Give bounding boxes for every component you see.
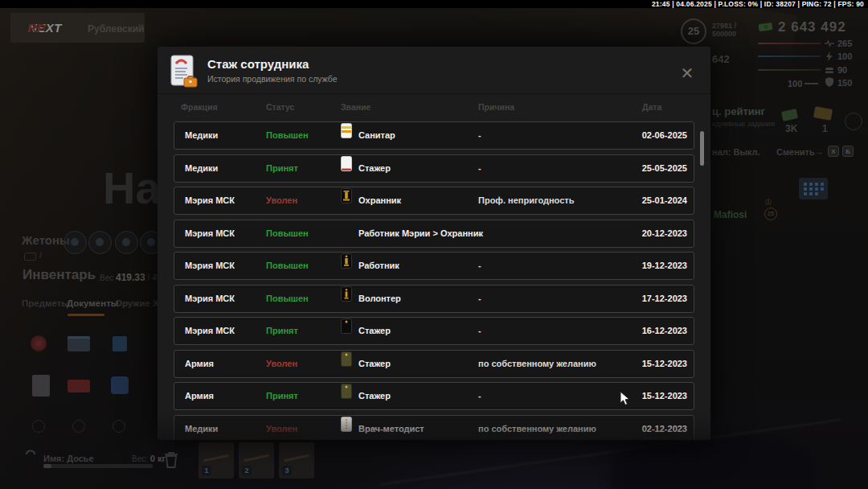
trash-icon: [164, 451, 178, 469]
row-faction: Медики: [185, 416, 218, 441]
keybind-x: X: [828, 146, 839, 157]
row-date: 02-12-2023: [642, 416, 687, 441]
server-badge: NEXTRP Рублевский: [10, 13, 145, 43]
seniority-modal: Стаж сотрудника История продвижения по с…: [158, 47, 710, 440]
table-row: Мэрия МСК Уволен Охранник Проф. непригод…: [174, 187, 694, 215]
row-faction: Мэрия МСК: [185, 187, 235, 214]
keybind-b: Б: [842, 146, 854, 157]
money-amount: 2 643 492: [778, 19, 846, 35]
inventory-item-icon: [111, 376, 129, 394]
table-row: Медики Повышен Санитар - 02-06-2025: [174, 121, 694, 150]
column-rank: Звание: [341, 95, 371, 119]
column-status: Статус: [266, 95, 294, 119]
row-rank: Стажер: [358, 351, 391, 377]
row-rank: Стажер: [358, 155, 391, 182]
token-icon: [115, 231, 138, 254]
tokens-title: Жетоны: [22, 233, 70, 247]
tab-weapons: Оружие: [115, 298, 150, 308]
cash-reward-icon: [781, 109, 798, 121]
row-reason: -: [478, 220, 481, 247]
secondary-currency: 642: [712, 53, 730, 65]
rank-trainee-medic-icon: [341, 155, 352, 171]
rank-trainee-mayor-icon: [341, 318, 352, 333]
inventory-item-icon: [31, 335, 47, 351]
inventory-item-icon: [113, 336, 127, 351]
social-rating-title-cut: ц. рейтинг: [712, 105, 765, 117]
shield-icon: [825, 77, 834, 87]
row-faction: Мэрия МСК: [185, 318, 235, 344]
close-icon[interactable]: ✕: [678, 64, 696, 82]
row-status: Уволен: [266, 416, 297, 441]
armor-value: 150: [837, 78, 852, 88]
health-bar: [758, 43, 821, 44]
table-header: Фракция Статус Звание Причина Дата: [158, 95, 710, 120]
stamina-bar: [805, 83, 818, 84]
bag-weight-bar: [43, 464, 153, 468]
row-reason: -: [478, 122, 481, 149]
cash-reward-value: 3K: [785, 123, 797, 134]
row-date: 25-01-2024: [642, 187, 687, 214]
row-date: 25-05-2025: [642, 155, 687, 182]
table-row: Медики Уволен Врач-методист по собственн…: [174, 415, 694, 441]
row-status: Повышен: [266, 122, 309, 149]
energy-bar: [758, 55, 821, 57]
row-date: 20-12-2023: [642, 220, 687, 247]
row-reason: -: [478, 318, 481, 344]
row-reason: -: [478, 383, 481, 409]
scrollbar-thumb[interactable]: [700, 131, 704, 166]
row-faction: Медики: [185, 155, 218, 182]
hotbar-slot: 3: [279, 442, 314, 479]
table-row: Мэрия МСК Повышен Работник - 19-12-2023: [174, 252, 694, 280]
row-faction: Армия: [185, 383, 214, 409]
inventory-item-icon: [68, 380, 90, 392]
change-channel-label: Сменить: [776, 147, 815, 157]
family-level-badge: 25: [764, 208, 777, 220]
row-rank: Волонтер: [358, 286, 401, 312]
column-faction: Фракция: [181, 95, 218, 119]
row-status: Повышен: [266, 253, 309, 279]
employee-record-icon: [170, 55, 199, 88]
arrow-icon: →: [815, 146, 824, 156]
row-rank: Стажер: [358, 383, 391, 409]
row-rank: Врач-методист: [358, 416, 424, 441]
seniority-table-body: Медики Повышен Санитар - 02-06-2025 Меди…: [174, 121, 694, 440]
status-bar: 21:45 | 04.06.2025 | P.LOSS: 0% | ID: 38…: [0, 0, 868, 8]
empty-slot-circle: [32, 420, 45, 433]
bag-name: Имя: Досье: [43, 454, 94, 463]
row-rank: Работник: [358, 253, 399, 279]
stat-value: 90: [837, 65, 847, 75]
level-badge: 25: [681, 18, 706, 44]
empty-slot-circle: [113, 420, 125, 433]
hotbar-slot: 2: [239, 442, 274, 479]
crown-icon: ♔: [764, 197, 772, 208]
column-reason: Причина: [478, 95, 514, 119]
stat-value: 100: [837, 51, 852, 61]
row-reason: по собственному желанию: [478, 416, 596, 441]
lightning-icon: [825, 51, 834, 61]
row-faction: Медики: [185, 122, 218, 149]
active-tab-underline: [68, 314, 104, 316]
background-heading-cut: На: [103, 162, 161, 214]
mouse-cursor: [620, 391, 631, 407]
row-faction: Мэрия МСК: [185, 253, 235, 279]
token-icon: [88, 231, 112, 254]
table-row: Армия Принят Стажер - 15-12-2023: [174, 382, 694, 410]
row-status: Уволен: [266, 351, 297, 377]
row-rank: Санитар: [358, 122, 395, 149]
row-date: 15-12-2023: [642, 351, 687, 377]
pulse-icon: [825, 39, 834, 48]
row-status: Принят: [266, 318, 298, 344]
modal-header: Стаж сотрудника История продвижения по с…: [158, 47, 710, 94]
inventory-title: Инвентарь: [23, 267, 96, 283]
row-faction: Армия: [185, 351, 214, 377]
row-rank: Охранник: [358, 187, 401, 214]
column-date: Дата: [642, 95, 661, 119]
minimap-chip-panel: [799, 178, 828, 199]
money-icon: [759, 23, 773, 32]
camera-icon: [24, 253, 36, 261]
inventory-weight: Вес 419.33 / 450: [100, 272, 166, 283]
no-rank-icon: [341, 220, 352, 236]
daily-task-subtitle-cut: едневные задания: [712, 120, 775, 128]
rank-army-icon: [341, 351, 352, 366]
row-status: Уволен: [266, 187, 297, 214]
